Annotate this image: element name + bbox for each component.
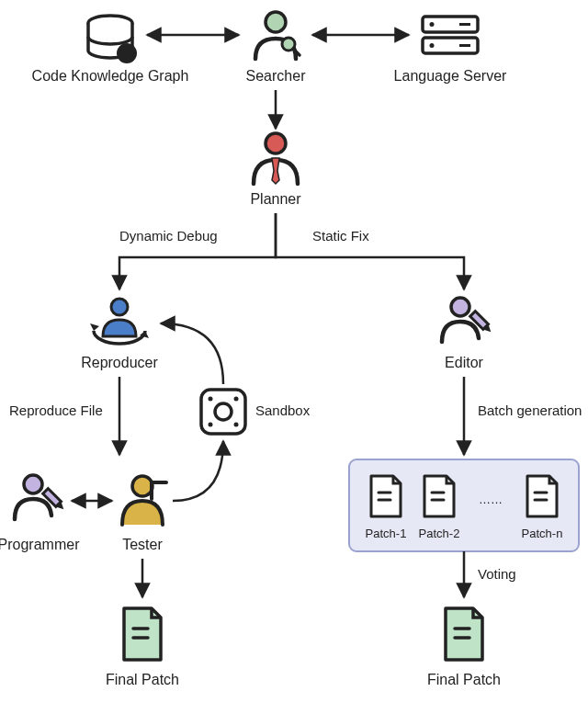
tester-label: Tester: [122, 537, 163, 552]
editor-label: Editor: [445, 355, 483, 370]
svg-point-22: [24, 475, 42, 493]
reproducer-label: Reproducer: [81, 355, 158, 370]
sandbox-icon: [201, 390, 245, 434]
svg-point-13: [451, 298, 469, 316]
static-fix-label: Static Fix: [312, 228, 369, 244]
editor-icon: [442, 298, 493, 342]
ckg-label: Code Knowledge Graph: [32, 68, 189, 84]
database-icon: [88, 16, 137, 63]
svg-point-2: [266, 12, 286, 32]
tester-sandbox-edge: [173, 441, 223, 501]
final-patch-right-label: Final Patch: [427, 672, 501, 687]
programmer-label: Programmer: [0, 537, 80, 552]
searcher-label: Searcher: [246, 68, 307, 84]
patch-2-label: Patch-2: [419, 527, 460, 540]
svg-rect-15: [201, 390, 245, 434]
patch-n-label: Patch-n: [522, 527, 563, 540]
programmer-icon: [15, 475, 66, 519]
svg-point-18: [234, 397, 239, 402]
reproduce-file-label: Reproduce File: [9, 402, 103, 418]
voting-label: Voting: [478, 566, 516, 582]
planner-label: Planner: [250, 191, 301, 207]
sandbox-label: Sandbox: [255, 402, 311, 418]
lang-server-label: Language Server: [394, 68, 507, 84]
server-icon: [423, 17, 478, 53]
svg-point-9: [430, 43, 435, 48]
patch-n-icon: [527, 476, 557, 516]
final-patch-left-label: Final Patch: [106, 672, 179, 687]
patch-2-icon: [424, 476, 454, 516]
sandbox-reproducer-edge: [161, 323, 223, 384]
final-patch-right-icon: [446, 608, 482, 660]
patch-1-label: Patch-1: [366, 527, 407, 540]
svg-point-12: [111, 299, 128, 315]
final-patch-left-icon: [124, 608, 161, 660]
svg-point-19: [209, 423, 213, 427]
svg-point-21: [132, 476, 153, 496]
patch-1-icon: [371, 476, 401, 516]
svg-point-17: [209, 397, 213, 402]
planner-icon: [254, 133, 298, 184]
tester-icon: [122, 476, 166, 525]
dynamic-debug-edge: [119, 213, 276, 289]
svg-point-20: [234, 423, 239, 427]
searcher-icon: [255, 12, 300, 59]
svg-point-11: [266, 133, 286, 153]
patch-ellipsis: ……: [479, 493, 503, 506]
svg-point-7: [430, 22, 435, 27]
svg-point-1: [117, 43, 137, 63]
reproducer-icon: [90, 299, 149, 344]
dynamic-debug-label: Dynamic Debug: [119, 228, 218, 244]
static-fix-edge: [276, 213, 464, 289]
batch-gen-label: Batch generation: [478, 402, 582, 418]
